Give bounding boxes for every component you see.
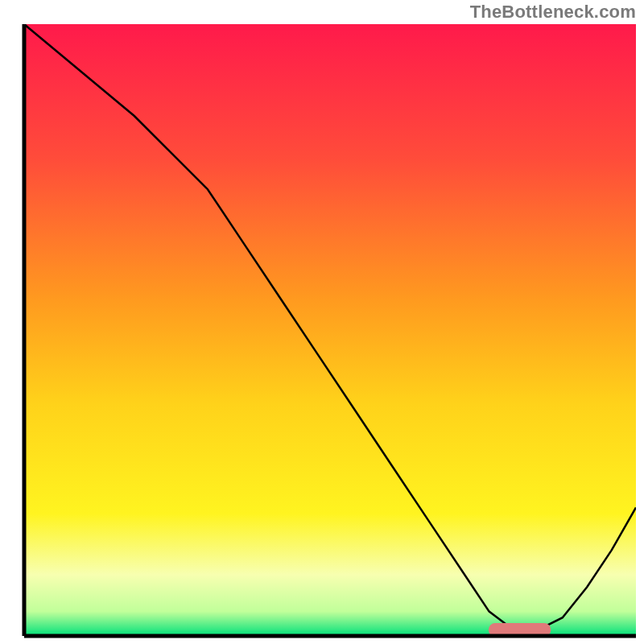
bottleneck-chart [0, 0, 644, 644]
gradient-background [24, 24, 636, 636]
watermark-label: TheBottleneck.com [470, 2, 636, 23]
chart-container: TheBottleneck.com [0, 0, 644, 644]
